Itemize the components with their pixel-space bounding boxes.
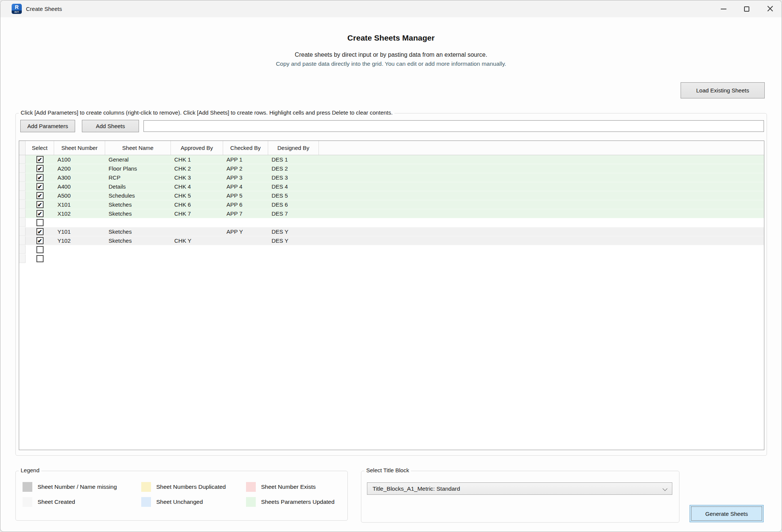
- grid-cell[interactable]: CHK 3: [171, 173, 223, 182]
- grid-cell[interactable]: X101: [54, 200, 105, 209]
- row-header-cell[interactable]: [19, 254, 26, 263]
- grid-cell[interactable]: A200: [54, 164, 105, 173]
- grid-cell[interactable]: APP 3: [223, 173, 268, 182]
- row-checkbox-checked[interactable]: ✔: [36, 228, 44, 235]
- row-header-cell[interactable]: [19, 236, 26, 245]
- grid-cell[interactable]: DES 3: [268, 173, 319, 182]
- row-checkbox-checked[interactable]: ✔: [36, 183, 44, 190]
- grid-cell[interactable]: Floor Plans: [105, 164, 171, 173]
- row-header-cell[interactable]: [19, 155, 26, 164]
- grid-cell[interactable]: DES 6: [268, 200, 319, 209]
- grid-cell[interactable]: [171, 254, 223, 263]
- column-header-checked-by[interactable]: Checked By: [223, 141, 268, 155]
- grid-cell[interactable]: CHK 2: [171, 164, 223, 173]
- grid-cell[interactable]: [105, 245, 171, 254]
- row-checkbox-checked[interactable]: ✔: [36, 156, 44, 163]
- grid-cell[interactable]: [223, 218, 268, 227]
- row-checkbox-checked[interactable]: ✔: [36, 165, 44, 172]
- grid-cell[interactable]: RCP: [105, 173, 171, 182]
- maximize-button[interactable]: [735, 0, 758, 17]
- grid-cell[interactable]: Schedules: [105, 191, 171, 200]
- minimize-button[interactable]: [712, 0, 735, 17]
- grid-cell[interactable]: Sketches: [105, 236, 171, 245]
- grid-cell[interactable]: APP 2: [223, 164, 268, 173]
- grid-cell[interactable]: APP 6: [223, 200, 268, 209]
- grid-cell[interactable]: DES Y: [268, 227, 319, 236]
- grid-cell[interactable]: Details: [105, 182, 171, 191]
- add-parameters-button[interactable]: Add Parameters: [20, 120, 75, 132]
- grid-cell[interactable]: DES 1: [268, 155, 319, 164]
- grid-cell[interactable]: [223, 245, 268, 254]
- grid-cell[interactable]: APP 1: [223, 155, 268, 164]
- grid-cell[interactable]: APP 5: [223, 191, 268, 200]
- title-block-dropdown[interactable]: Title_Blocks_A1_Metric: Standard: [367, 482, 672, 495]
- grid-cell[interactable]: [268, 218, 319, 227]
- row-header-cell[interactable]: [19, 200, 26, 209]
- row-header-cell[interactable]: [19, 164, 26, 173]
- grid-cell[interactable]: X102: [54, 209, 105, 218]
- paste-input[interactable]: [143, 120, 764, 132]
- row-header-cell[interactable]: [19, 209, 26, 218]
- row-checkbox-checked[interactable]: ✔: [36, 192, 44, 199]
- grid-cell[interactable]: DES 5: [268, 191, 319, 200]
- sheet-grid[interactable]: SelectSheet NumberSheet NameApproved ByC…: [19, 141, 764, 450]
- add-sheets-button[interactable]: Add Sheets: [82, 120, 139, 132]
- grid-cell[interactable]: CHK 7: [171, 209, 223, 218]
- grid-cell[interactable]: CHK 1: [171, 155, 223, 164]
- grid-cell[interactable]: [223, 236, 268, 245]
- grid-cell[interactable]: [54, 245, 105, 254]
- grid-cell[interactable]: Y102: [54, 236, 105, 245]
- grid-cell[interactable]: Sketches: [105, 209, 171, 218]
- grid-cell[interactable]: [223, 254, 268, 263]
- grid-cell[interactable]: Y101: [54, 227, 105, 236]
- grid-cell[interactable]: [171, 227, 223, 236]
- row-checkbox-checked[interactable]: ✔: [36, 237, 44, 244]
- grid-cell[interactable]: [171, 245, 223, 254]
- grid-cell[interactable]: [105, 218, 171, 227]
- row-header-cell[interactable]: [19, 227, 26, 236]
- row-checkbox-unchecked[interactable]: [36, 246, 44, 253]
- column-header-sheet-name[interactable]: Sheet Name: [105, 141, 171, 155]
- grid-cell[interactable]: General: [105, 155, 171, 164]
- load-existing-sheets-button[interactable]: Load Existing Sheets: [681, 82, 765, 98]
- grid-cell[interactable]: A100: [54, 155, 105, 164]
- grid-cell[interactable]: APP 4: [223, 182, 268, 191]
- row-header-cell[interactable]: [19, 182, 26, 191]
- column-header-select[interactable]: Select: [26, 141, 54, 155]
- grid-cell[interactable]: [171, 218, 223, 227]
- grid-cell[interactable]: [268, 245, 319, 254]
- close-button[interactable]: [758, 0, 782, 17]
- grid-cell[interactable]: DES 7: [268, 209, 319, 218]
- grid-cell[interactable]: DES 2: [268, 164, 319, 173]
- row-checkbox-unchecked[interactable]: [36, 255, 44, 262]
- generate-sheets-button[interactable]: Generate Sheets: [690, 505, 764, 522]
- row-checkbox-checked[interactable]: ✔: [36, 174, 44, 181]
- column-header-approved-by[interactable]: Approved By: [171, 141, 223, 155]
- column-header-designed-by[interactable]: Designed By: [268, 141, 319, 155]
- grid-cell[interactable]: [105, 254, 171, 263]
- grid-cell[interactable]: CHK 5: [171, 191, 223, 200]
- row-header-cell[interactable]: [19, 173, 26, 182]
- row-checkbox-unchecked[interactable]: [36, 219, 44, 226]
- row-header-cell[interactable]: [19, 191, 26, 200]
- row-checkbox-checked[interactable]: ✔: [36, 201, 44, 208]
- grid-cell[interactable]: Sketches: [105, 200, 171, 209]
- grid-cell[interactable]: A300: [54, 173, 105, 182]
- grid-corner-cell[interactable]: [19, 141, 26, 155]
- grid-cell[interactable]: [54, 254, 105, 263]
- grid-cell[interactable]: CHK 4: [171, 182, 223, 191]
- grid-cell[interactable]: DES Y: [268, 236, 319, 245]
- grid-cell[interactable]: CHK Y: [171, 236, 223, 245]
- grid-cell[interactable]: APP 7: [223, 209, 268, 218]
- row-header-cell[interactable]: [19, 245, 26, 254]
- grid-cell[interactable]: Sketches: [105, 227, 171, 236]
- column-header-sheet-number[interactable]: Sheet Number: [54, 141, 105, 155]
- grid-cell[interactable]: APP Y: [223, 227, 268, 236]
- row-checkbox-checked[interactable]: ✔: [36, 210, 44, 217]
- grid-cell[interactable]: A400: [54, 182, 105, 191]
- grid-cell[interactable]: A500: [54, 191, 105, 200]
- row-header-cell[interactable]: [19, 218, 26, 227]
- grid-cell[interactable]: [268, 254, 319, 263]
- grid-cell[interactable]: [54, 218, 105, 227]
- grid-cell[interactable]: DES 4: [268, 182, 319, 191]
